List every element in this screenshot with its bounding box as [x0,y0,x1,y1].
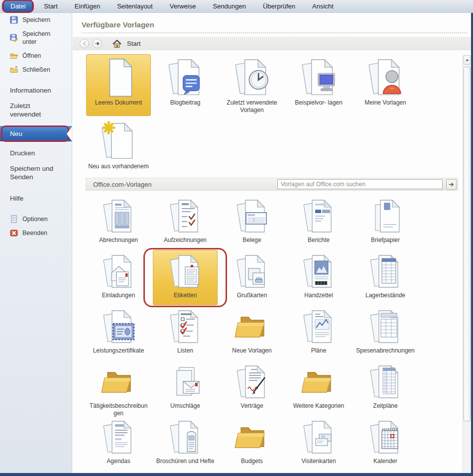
office-section-title: Office.com-Vorlagen [86,181,277,188]
tab-berpr-fen[interactable]: Überprüfen [254,0,304,12]
template-label: Belege [221,236,283,244]
template-tile-beispielvor-lagen[interactable]: Beispielvor- lagen [286,54,351,116]
expense-reports-icon [354,308,417,347]
scrollbar-thumb[interactable] [464,67,471,421]
template-tile-neu-aus-vorhandenem[interactable]: Neu aus vorhandenem [86,118,151,172]
template-tile-zuletzt-verwendete-vorlagen[interactable]: Zuletzt verwendete Vorlagen [220,54,284,116]
template-tile-leeres-dokument[interactable]: Leeres Dokument [86,54,151,116]
folder-icon [221,308,283,347]
forward-button[interactable] [93,39,102,48]
sidebar-item-label: Drucken [10,149,35,157]
template-tile-zeitpl-ne[interactable]: Zeitpläne [353,360,418,416]
ribbon-tabs: DateiStartEinfügenSeitenlayoutVerweiseSe… [0,0,342,12]
template-label: Handzettel [287,291,350,299]
sidebar-item-label: Öffnen [22,52,41,60]
tab-label: Start [44,2,57,10]
template-label: Kalender [354,457,417,465]
template-label: Agendas [87,457,150,465]
sidebar-item-ffnen[interactable]: Öffnen [0,49,72,63]
sidebar-item-zuletzt-verwendet[interactable]: Zuletzt verwendet [0,98,72,122]
template-tile-spesenabrechnungen[interactable]: Spesenabrechnungen [353,305,418,360]
template-tile-handzettel[interactable]: Handzettel [286,250,351,305]
template-label: Visitenkarten [287,457,350,465]
template-tile-aufzeichnungen[interactable]: Aufzeichnungen [153,195,218,250]
template-tile-umschl-ge[interactable]: Umschläge [153,360,218,416]
title-divider [82,32,467,33]
sidebar-item-label: Speichern unter [22,30,58,46]
invoices-icon [87,197,150,236]
template-tile-lagerbest-nde[interactable]: Lagerbestände [353,250,418,305]
certificates-icon [87,308,150,347]
template-tile-kalender[interactable]: Kalender [353,416,418,471]
home-templates-grid: Leeres DokumentBlogbeitragZuletzt verwen… [86,54,471,116]
greeting-cards-icon [221,252,283,291]
template-tile-blogbeitrag[interactable]: Blogbeitrag [153,54,218,116]
calendar-icon [354,418,417,457]
template-tile-listen[interactable]: Listen [153,305,218,360]
template-tile-belege[interactable]: Belege [220,195,284,250]
plans-icon [287,308,350,347]
sidebar-item-beenden[interactable]: Beenden [0,226,72,240]
template-tile-etiketten[interactable]: Etiketten [153,250,218,305]
tab-sendungen[interactable]: Sendungen [204,0,254,12]
template-label: Blogbeitrag [154,99,217,107]
invitations-icon [87,252,150,291]
template-label: Abrechnungen [87,236,150,244]
sidebar-item-neu[interactable]: Neu [0,126,72,141]
scroll-up-button[interactable] [464,55,471,65]
sidebar-item-speichern-unter[interactable]: Speichern unter [0,27,72,49]
template-label: Grußkarten [221,291,283,299]
back-button[interactable] [80,39,89,48]
close-folder-icon [10,66,18,74]
template-tile-visitenkarten[interactable]: Visitenkarten [286,416,351,471]
template-tile-abrechnungen[interactable]: Abrechnungen [86,195,151,250]
stationery-icon [354,197,417,236]
template-tile-neue-vorlagen[interactable]: Neue Vorlagen [220,305,284,360]
brochures-icon [154,418,217,457]
sidebar-item-optionen[interactable]: Optionen [0,212,72,226]
template-tile-einladungen[interactable]: Einladungen [86,250,151,305]
template-tile-berichte[interactable]: Berichte [286,195,351,250]
sidebar-item-informationen[interactable]: Informationen [0,83,72,98]
folder-icon [287,363,350,402]
template-tile-weitere-kategorien[interactable]: Weitere Kategorien [286,360,351,416]
envelopes-icon [154,363,217,402]
template-label: Lagerbestände [354,291,417,299]
template-label: Broschüren und Hefte [154,457,217,465]
inventories-icon [354,252,417,291]
template-tile-gru-karten[interactable]: Grußkarten [220,250,284,305]
search-go-button[interactable] [446,179,457,190]
template-tile-agendas[interactable]: Agendas [86,416,151,471]
office-search-input[interactable] [277,179,443,189]
sidebar-item-speichern-und-senden[interactable]: Speichern und Senden [0,161,72,185]
template-tile-pl-ne[interactable]: Pläne [286,305,351,360]
template-tile-leistungszertifikate[interactable]: Leistungszertifikate [86,305,151,360]
tab-ansicht[interactable]: Ansicht [304,0,342,12]
template-tile-vertr-ge[interactable]: Verträge [220,360,284,416]
sidebar-item-label: Speichern und Senden [10,164,58,181]
template-label: Briefpapier [354,236,417,244]
template-label: Meine Vorlagen [354,99,417,107]
template-tile-brosch-ren-und-hefte[interactable]: Broschüren und Hefte [153,416,218,471]
tab-verweise[interactable]: Verweise [161,0,205,12]
template-tile-briefpapier[interactable]: Briefpapier [353,195,418,250]
tab-seitenlayout[interactable]: Seitenlayout [109,0,161,12]
sample-templates-icon [287,57,350,99]
sidebar-item-schlie-en[interactable]: Schließen [0,63,72,77]
tab-datei[interactable]: Datei [3,0,32,12]
sidebar-item-speichern[interactable]: Speichern [0,13,72,27]
scrollbar[interactable] [463,55,471,473]
template-tile-meine-vorlagen[interactable]: Meine Vorlagen [353,54,418,116]
sidebar-item-drucken[interactable]: Drucken [0,145,72,161]
tab-start[interactable]: Start [35,0,66,12]
sidebar-item-label: Schließen [22,66,50,74]
template-tile-t-tigkeitsbeschreibungen[interactable]: Tätigkeitsbeschreibungen [86,360,151,416]
new-from-existing-icon [87,120,150,162]
template-tile-budgets[interactable]: Budgets [220,416,284,471]
home-icon[interactable] [113,39,121,48]
tab-einf-gen[interactable]: Einfügen [66,0,109,12]
backstage-sidebar: SpeichernSpeichern unterÖffnenSchließenI… [0,13,72,473]
sidebar-item-hilfe[interactable]: Hilfe [0,191,72,206]
sidebar-item-label: Hilfe [10,194,23,203]
blank-document-icon [87,57,150,99]
